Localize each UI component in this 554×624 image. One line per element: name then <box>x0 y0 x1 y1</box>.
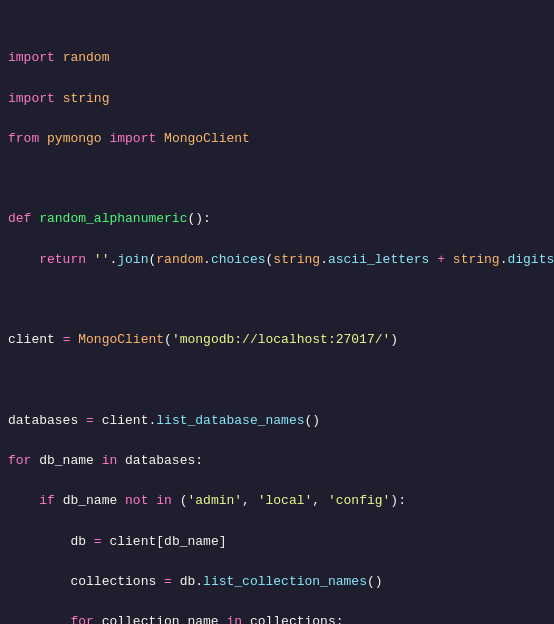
line-6: return ''.join(random.choices(string.asc… <box>4 250 550 270</box>
line-2: import string <box>4 89 550 109</box>
line-4 <box>4 169 550 189</box>
line-14: collections = db.list_collection_names() <box>4 572 550 592</box>
line-10: databases = client.list_database_names() <box>4 411 550 431</box>
line-7 <box>4 290 550 310</box>
line-3: from pymongo import MongoClient <box>4 129 550 149</box>
line-15: for collection_name in collections: <box>4 612 550 624</box>
line-5: def random_alphanumeric(): <box>4 209 550 229</box>
line-11: for db_name in databases: <box>4 451 550 471</box>
line-8: client = MongoClient('mongodb://localhos… <box>4 330 550 350</box>
line-1: import random <box>4 48 550 68</box>
line-9 <box>4 371 550 391</box>
line-13: db = client[db_name] <box>4 532 550 552</box>
line-12: if db_name not in ('admin', 'local', 'co… <box>4 491 550 511</box>
code-editor: import random import string from pymongo… <box>0 0 554 624</box>
